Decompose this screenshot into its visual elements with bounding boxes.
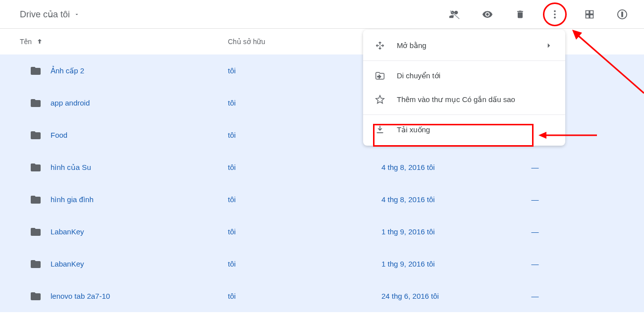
preview-icon[interactable] xyxy=(478,4,497,24)
file-name: lenovo tab 2a7-10 xyxy=(51,292,110,300)
menu-move-to[interactable]: Di chuyển tới xyxy=(363,64,565,88)
file-name: LabanKey xyxy=(51,260,84,268)
toolbar-actions xyxy=(445,2,632,26)
breadcrumb[interactable]: Drive của tôi xyxy=(20,9,80,20)
folder-icon xyxy=(30,65,42,77)
table-row[interactable]: LabanKey tôi 1 thg 9, 2016 tôi — xyxy=(0,216,644,248)
menu-add-star[interactable]: Thêm vào thư mục Có gắn dấu sao xyxy=(363,88,565,111)
folder-icon xyxy=(30,97,42,109)
context-menu: Mở bằng Di chuyển tới Thêm vào thư mục C… xyxy=(363,30,565,146)
share-disabled-icon[interactable] xyxy=(445,4,465,24)
breadcrumb-title: Drive của tôi xyxy=(20,9,70,20)
menu-download[interactable]: Tải xuống xyxy=(363,118,565,142)
menu-label: Mở bằng xyxy=(397,41,427,50)
file-modified: 1 thg 9, 2016 tôi xyxy=(381,227,510,236)
file-name: Ảnh cấp 2 xyxy=(51,66,84,75)
view-grid-icon[interactable] xyxy=(580,4,599,24)
table-row[interactable]: LabanKey tôi 1 thg 9, 2016 tôi — xyxy=(0,248,644,280)
folder-icon xyxy=(30,258,42,270)
menu-label: Thêm vào thư mục Có gắn dấu sao xyxy=(397,95,515,104)
file-size: — xyxy=(510,195,560,204)
file-modified: 4 thg 8, 2016 tôi xyxy=(381,195,510,204)
move-to-icon xyxy=(375,71,385,81)
toolbar: Drive của tôi xyxy=(0,0,644,29)
file-owner: tôi xyxy=(228,227,381,236)
file-owner: tôi xyxy=(228,131,381,139)
svg-point-3 xyxy=(554,16,556,18)
header-name[interactable]: Tên xyxy=(0,38,228,46)
folder-icon xyxy=(30,162,42,173)
file-size: — xyxy=(510,260,560,268)
file-owner: tôi xyxy=(228,66,381,75)
delete-icon[interactable] xyxy=(510,4,530,24)
file-name: Food xyxy=(51,131,67,139)
table-row[interactable]: hình của Su tôi 4 thg 8, 2016 tôi — xyxy=(0,151,644,183)
chevron-down-icon xyxy=(74,11,80,17)
folder-icon xyxy=(30,129,42,141)
info-icon[interactable] xyxy=(612,4,632,24)
menu-divider xyxy=(363,60,565,61)
table-row[interactable]: lenovo tab 2a7-10 tôi 24 thg 6, 2016 tôi… xyxy=(0,280,644,312)
file-name: app android xyxy=(51,99,90,107)
file-modified: 1 thg 9, 2016 tôi xyxy=(381,260,510,268)
more-options-highlight xyxy=(543,2,567,26)
more-options-button[interactable] xyxy=(549,9,560,20)
file-owner: tôi xyxy=(228,260,381,268)
file-name: hình gia đình xyxy=(51,195,94,204)
file-owner: tôi xyxy=(228,292,381,300)
open-with-icon xyxy=(375,41,385,51)
file-owner: tôi xyxy=(228,99,381,107)
header-owner[interactable]: Chủ sở hữu xyxy=(228,38,381,46)
file-owner: tôi xyxy=(228,195,381,204)
file-modified: 24 thg 6, 2016 tôi xyxy=(381,292,510,300)
svg-point-4 xyxy=(622,12,623,13)
file-size: — xyxy=(510,163,560,171)
file-size: — xyxy=(510,292,560,300)
download-icon xyxy=(375,125,385,135)
folder-icon xyxy=(30,194,42,206)
chevron-right-icon xyxy=(544,41,553,50)
table-row[interactable]: hình gia đình tôi 4 thg 8, 2016 tôi — xyxy=(0,183,644,216)
menu-label: Di chuyển tới xyxy=(397,71,440,80)
menu-divider xyxy=(363,114,565,115)
folder-icon xyxy=(30,290,42,302)
more-vert-icon xyxy=(549,9,560,20)
sort-arrow-icon xyxy=(36,38,44,46)
menu-open-with[interactable]: Mở bằng xyxy=(363,34,565,57)
svg-point-1 xyxy=(554,10,556,12)
file-modified: 4 thg 8, 2016 tôi xyxy=(381,163,510,171)
menu-label: Tải xuống xyxy=(397,125,430,134)
file-owner: tôi xyxy=(228,163,381,171)
svg-rect-5 xyxy=(622,14,623,17)
file-name: LabanKey xyxy=(51,227,84,236)
folder-icon xyxy=(30,226,42,238)
svg-point-2 xyxy=(554,13,556,15)
star-icon xyxy=(375,95,385,105)
file-size: — xyxy=(510,227,560,236)
file-name: hình của Su xyxy=(51,163,91,172)
